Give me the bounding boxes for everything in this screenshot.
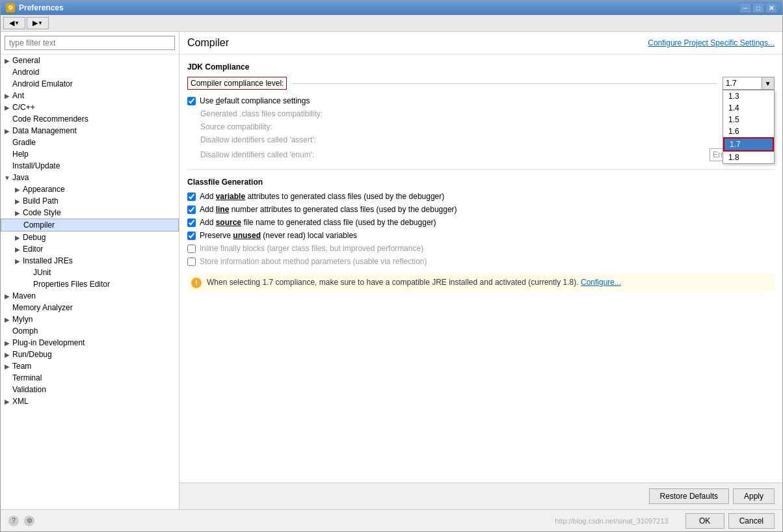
configure-project-specific-link[interactable]: Configure Project Specific Settings... <box>648 38 775 47</box>
filter-box <box>1 32 179 55</box>
sidebar-item-android[interactable]: Android <box>1 66 179 78</box>
sidebar-item-code-recommenders[interactable]: Code Recommenders <box>1 113 179 125</box>
add-variable-label: Add variable attributes to generated cla… <box>200 192 444 201</box>
window-icon: ⚙ <box>6 3 15 12</box>
sidebar-item-run-debug[interactable]: ▶ Run/Debug <box>1 349 179 360</box>
sidebar-item-installed-jres[interactable]: ▶ Installed JREs <box>1 255 179 267</box>
sidebar-item-compiler[interactable]: Compiler <box>1 219 179 232</box>
title-bar-buttons: ─ □ ✕ <box>739 3 777 13</box>
section-divider <box>187 169 775 170</box>
expand-arrow: ▶ <box>14 197 21 205</box>
compliance-dropdown-wrapper: 1.3 1.4 1.5 1.6 1.7 1.8 ▼ 1.3 <box>723 77 775 90</box>
dropdown-arrow-button[interactable]: ▼ <box>762 77 774 89</box>
sidebar-item-general[interactable]: ▶ General <box>1 55 179 66</box>
back-button[interactable]: ◀ ▼ <box>3 17 25 29</box>
add-line-checkbox[interactable] <box>187 206 196 214</box>
apply-button[interactable]: Apply <box>733 488 775 504</box>
option-1-5[interactable]: 1.5 <box>723 114 774 126</box>
sidebar-item-properties-files-editor[interactable]: Properties Files Editor <box>1 278 179 290</box>
sidebar-item-editor[interactable]: ▶ Editor <box>1 243 179 255</box>
warning-icon: ! <box>191 278 202 288</box>
generated-class-label: Generated .class files compatibility: <box>200 109 323 118</box>
spacer <box>3 162 11 170</box>
forward-button[interactable]: ▶ ▼ <box>27 17 49 29</box>
sidebar-item-install-update[interactable]: Install/Update <box>1 160 179 172</box>
content-body: JDK Compliance Compiler compliance level… <box>179 55 782 483</box>
content-area: Compiler Configure Project Specific Sett… <box>179 32 782 509</box>
bottom-bar-icons: ? ⚙ <box>8 516 34 526</box>
use-default-label: Use default compliance settings <box>200 96 310 105</box>
sidebar-item-appearance[interactable]: ▶ Appearance <box>1 183 179 195</box>
footer: Restore Defaults Apply <box>179 483 782 509</box>
page-title: Compiler <box>187 37 229 49</box>
expand-arrow: ▶ <box>3 292 11 300</box>
sidebar-item-validation[interactable]: Validation <box>1 384 179 395</box>
store-params-checkbox[interactable] <box>187 258 196 266</box>
add-line-label: Add line number attributes to generated … <box>200 205 457 214</box>
sidebar-item-team[interactable]: ▶ Team <box>1 360 179 372</box>
sidebar-item-plugin-development[interactable]: ▶ Plug-in Development <box>1 337 179 349</box>
minimize-button[interactable]: ─ <box>739 3 751 13</box>
close-button[interactable]: ✕ <box>765 3 777 13</box>
source-compat-label: Source compatibility: <box>200 122 272 131</box>
expand-arrow: ▶ <box>3 339 11 347</box>
sidebar: ▶ General Android Android Emulator ▶ Ant… <box>1 32 179 509</box>
option-1-7[interactable]: 1.7 <box>723 137 774 152</box>
option-1-3[interactable]: 1.3 <box>723 90 774 102</box>
sidebar-item-android-emulator[interactable]: Android Emulator <box>1 78 179 90</box>
help-icon[interactable]: ? <box>8 516 19 526</box>
sidebar-item-memory-analyzer[interactable]: Memory Analyzer <box>1 302 179 313</box>
preserve-unused-checkbox[interactable] <box>187 232 196 240</box>
preferences-icon[interactable]: ⚙ <box>24 516 34 526</box>
expand-arrow: ▶ <box>14 233 21 241</box>
sidebar-item-help[interactable]: Help <box>1 148 179 160</box>
spacer <box>14 221 22 229</box>
spacer <box>3 139 11 146</box>
use-default-compliance-row: Use default compliance settings <box>187 96 775 105</box>
sidebar-item-cpp[interactable]: ▶ C/C++ <box>1 101 179 113</box>
compliance-dropdown-popup: 1.3 1.4 1.5 1.6 1.7 1.8 <box>723 90 775 164</box>
filter-input[interactable] <box>5 36 175 50</box>
sidebar-item-debug[interactable]: ▶ Debug <box>1 232 179 243</box>
restore-defaults-button[interactable]: Restore Defaults <box>649 488 729 504</box>
ok-button[interactable]: OK <box>685 513 724 529</box>
configure-link[interactable]: Configure... <box>581 278 621 287</box>
sidebar-item-xml[interactable]: ▶ XML <box>1 395 179 407</box>
option-1-6[interactable]: 1.6 <box>723 126 774 137</box>
sidebar-item-oomph[interactable]: Oomph <box>1 325 179 337</box>
sidebar-item-ant[interactable]: ▶ Ant <box>1 90 179 101</box>
use-default-checkbox[interactable] <box>187 97 196 105</box>
title-bar: ⚙ Preferences ─ □ ✕ <box>1 1 782 15</box>
expand-arrow: ▶ <box>3 127 11 135</box>
option-1-8[interactable]: 1.8 <box>723 152 774 163</box>
spacer <box>3 80 11 88</box>
add-source-checkbox[interactable] <box>187 219 196 227</box>
expand-arrow: ▶ <box>14 209 21 217</box>
add-variable-row: Add variable attributes to generated cla… <box>187 192 775 201</box>
sidebar-item-gradle[interactable]: Gradle <box>1 137 179 148</box>
sidebar-item-mylyn[interactable]: ▶ Mylyn <box>1 313 179 325</box>
compliance-level-label: Compiler compliance level: <box>187 77 287 90</box>
spacer <box>3 150 11 158</box>
expand-arrow: ▶ <box>3 57 11 64</box>
add-variable-checkbox[interactable] <box>187 193 196 201</box>
main-content: ▶ General Android Android Emulator ▶ Ant… <box>1 32 782 509</box>
sidebar-item-junit[interactable]: JUnit <box>1 267 179 278</box>
sidebar-item-terminal[interactable]: Terminal <box>1 372 179 384</box>
classfile-section-header: Classfile Generation <box>187 178 775 187</box>
spacer <box>3 327 11 335</box>
sidebar-item-java[interactable]: ▼ Java <box>1 172 179 183</box>
compliance-dropdown[interactable]: 1.3 1.4 1.5 1.6 1.7 1.8 <box>723 77 762 89</box>
inline-finally-checkbox[interactable] <box>187 245 196 253</box>
maximize-button[interactable]: □ <box>752 3 764 13</box>
sidebar-item-build-path[interactable]: ▶ Build Path <box>1 195 179 207</box>
option-1-4[interactable]: 1.4 <box>723 102 774 114</box>
jdk-compliance-header: JDK Compliance <box>187 62 775 72</box>
sidebar-item-code-style[interactable]: ▶ Code Style <box>1 207 179 219</box>
sidebar-item-maven[interactable]: ▶ Maven <box>1 290 179 302</box>
cancel-button[interactable]: Cancel <box>728 513 775 529</box>
add-source-label: Add source file name to generated class … <box>200 218 436 227</box>
warning-row: ! When selecting 1.7 compliance, make su… <box>187 274 775 292</box>
sidebar-item-data-management[interactable]: ▶ Data Management <box>1 125 179 137</box>
expand-arrow: ▶ <box>14 257 21 265</box>
